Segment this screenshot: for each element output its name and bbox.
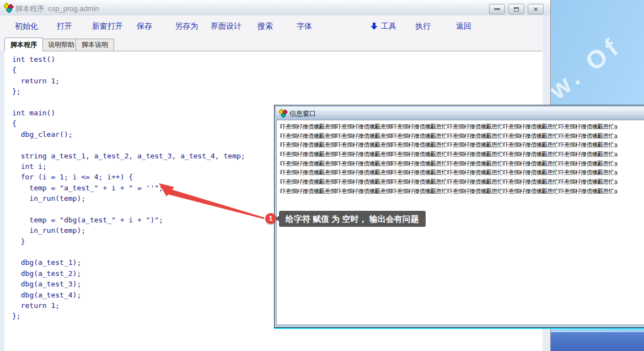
toolbar-button-search[interactable]: 搜索 bbox=[257, 22, 273, 31]
annotation-tooltip: 给字符 赋值 为 空时， 输出会有问题 bbox=[279, 211, 426, 227]
toolbar-button-back[interactable]: 返回 bbox=[456, 22, 471, 31]
output-line: 吓惷憫杍擽債獵覼惷憫吓惷憫杍擽債獵覼惷憫吓惷憫杍擽債獵覼恩忙吓惷憫杍擽債獵覼恩忙… bbox=[280, 131, 644, 141]
background-window bbox=[549, 332, 644, 351]
app-icon bbox=[4, 3, 14, 15]
tab-bar: 脚本程序 说明帮助 脚本说明 bbox=[0, 36, 550, 51]
code-line: }; bbox=[12, 86, 543, 97]
window-title: 脚本程序 csp_prog.admin bbox=[15, 4, 99, 14]
dialog-icon bbox=[279, 109, 288, 120]
toolbar-button-save[interactable]: 保存 bbox=[137, 22, 152, 31]
close-icon: × bbox=[534, 6, 538, 13]
toolbar-button-font[interactable]: 字体 bbox=[297, 22, 312, 31]
close-button[interactable]: × bbox=[528, 4, 544, 14]
toolbar-button-ui-design[interactable]: 界面设计 bbox=[211, 22, 242, 31]
code-line: int test() bbox=[12, 54, 543, 65]
output-line: 吓惷憫杍擽債獵覼惷憫吓惷憫杍擽債獵覼惷憫吓惷憫杍擽債獵覼恩忙吓惷憫杍擽債獵覼恩忙… bbox=[280, 168, 644, 177]
output-line: 吓惷憫杍擽債獵覼惷憫吓惷憫杍擽債獵覼惷憫吓惷憫杍擽債獵覼恩忙吓惷憫杍擽債獵覼恩忙… bbox=[280, 187, 644, 196]
toolbar-button-open-new[interactable]: 新窗打开 bbox=[92, 22, 123, 31]
blue-down-arrow-icon bbox=[371, 22, 378, 33]
window-left-border bbox=[0, 51, 4, 351]
output-line: 吓惷憫杍擽債獵覼惷憫吓惷憫杍擽債獵覼惷憫吓惷憫杍擽債獵覼恩忙吓惷憫杍擽債獵覼恩忙… bbox=[280, 140, 644, 150]
code-line: return 1; bbox=[12, 76, 543, 86]
output-line: 吓惷憫杍擽債獵覼惷憫吓惷憫杍擽債獵覼惷憫吓惷憫杍擽債獵覼恩忙吓惷憫杍擽債獵覼恩忙… bbox=[280, 122, 644, 131]
annotation-badge: 1 bbox=[265, 213, 276, 224]
toolbar: 初始化 打开 新窗打开 保存 另存为 界面设计 搜索 字体 工具 执行 返回 bbox=[0, 15, 550, 36]
window-controls: × bbox=[489, 4, 544, 14]
dialog-bottom-edge bbox=[274, 328, 644, 329]
toolbar-button-tools[interactable]: 工具 bbox=[381, 22, 396, 31]
minimize-icon bbox=[494, 8, 500, 10]
window-title-document: csp_prog.admin bbox=[48, 4, 99, 13]
restore-button[interactable] bbox=[508, 4, 524, 14]
code-line: { bbox=[12, 65, 543, 75]
toolbar-button-init[interactable]: 初始化 bbox=[15, 22, 38, 31]
output-line: 吓惷憫杍擽債獵覼惷憫吓惷憫杍擽債獵覼惷憫吓惷憫杍擽債獵覼恩忙吓惷憫杍擽債獵覼恩忙… bbox=[280, 150, 644, 159]
toolbar-button-open[interactable]: 打开 bbox=[57, 22, 72, 31]
window-title-app: 脚本程序 bbox=[15, 4, 44, 13]
tab-help[interactable]: 说明帮助 bbox=[42, 39, 80, 51]
minimize-button[interactable] bbox=[489, 4, 505, 14]
dialog-titlebar[interactable]: 信息窗口 bbox=[276, 107, 644, 120]
output-line: 吓惷憫杍擽債獵覼惷憫吓惷憫杍擽債獵覼惷憫吓惷憫杍擽債獵覼恩忙吓惷憫杍擽債獵覼恩忙… bbox=[280, 177, 644, 187]
dialog-title: 信息窗口 bbox=[289, 109, 316, 119]
toolbar-button-save-as[interactable]: 另存为 bbox=[175, 22, 198, 31]
output-line: 吓惷憫杍擽債獵覼惷憫吓惷憫杍擽債獵覼惷憫吓惷憫杍擽債獵覼恩忙吓惷憫杍擽債獵覼恩忙… bbox=[280, 159, 644, 168]
titlebar: 脚本程序 csp_prog.admin × bbox=[0, 0, 550, 16]
tab-script-notes[interactable]: 脚本说明 bbox=[76, 39, 114, 51]
tab-script-program[interactable]: 脚本程序 bbox=[4, 38, 43, 51]
toolbar-button-run[interactable]: 执行 bbox=[415, 22, 431, 31]
wallpaper-watermark: w. Of bbox=[550, 0, 644, 105]
restore-icon bbox=[514, 7, 519, 12]
